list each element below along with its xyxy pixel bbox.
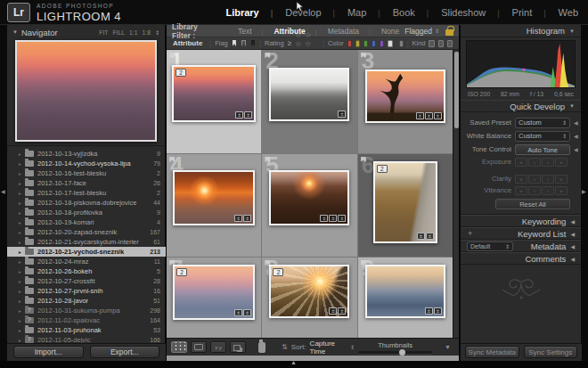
expander-icon[interactable]: ▸ xyxy=(19,289,25,294)
photo-thumbnail[interactable] xyxy=(269,170,349,225)
photo-thumbnail[interactable]: 2 xyxy=(172,65,256,122)
saved-preset-select[interactable]: Custom⇕ xyxy=(515,118,570,128)
crop-badge-icon[interactable] xyxy=(417,233,425,240)
develop-badge-icon[interactable] xyxy=(338,307,346,315)
folder-row[interactable]: ▸2012-10-17-test-blesku2 xyxy=(7,188,166,198)
stack-count-badge[interactable]: 2 xyxy=(273,268,283,276)
filter-tab-none[interactable]: None xyxy=(376,27,404,36)
color-swatch-none[interactable] xyxy=(388,40,392,47)
photo-thumbnail[interactable] xyxy=(173,170,255,225)
slider-knob[interactable] xyxy=(399,349,405,356)
module-develop[interactable]: Develop xyxy=(279,7,341,18)
expander-icon[interactable]: ▸ xyxy=(19,191,25,196)
color-swatch-purple[interactable] xyxy=(380,40,384,47)
expander-icon[interactable]: ▸ xyxy=(19,240,25,245)
folder-row[interactable]: ▸2012-10-28-javor51 xyxy=(7,296,166,306)
zoom-1-1[interactable]: 1:1 xyxy=(129,29,137,36)
folder-row[interactable]: ▸2012-10-24-mraz11 xyxy=(7,257,166,266)
folder-row[interactable]: ▸2012-10-27-prvni-snih16 xyxy=(7,286,166,296)
crop-badge-icon[interactable] xyxy=(235,111,243,119)
expander-icon[interactable]: ▸ xyxy=(19,200,25,206)
collapse-down-icon[interactable]: ▼ xyxy=(569,103,575,109)
expand-left-icon[interactable]: ◀ xyxy=(574,119,578,126)
add-keyword-icon[interactable]: + xyxy=(467,229,472,238)
histogram-header[interactable]: Histogram ▼ xyxy=(461,25,581,37)
increase-large-button[interactable] xyxy=(555,186,568,195)
color-swatch-green[interactable] xyxy=(363,40,368,47)
color-swatch-custom[interactable] xyxy=(399,40,404,47)
folder-row-selected[interactable]: ▸2012-10-21-vychod-sneznik213 xyxy=(7,247,166,257)
grid-cell-3[interactable]: 3 xyxy=(358,50,453,153)
decrease-button[interactable] xyxy=(528,186,541,195)
folder-row[interactable]: ▸2012-10-16-test-blesku2 xyxy=(7,168,166,178)
increase-large-button[interactable] xyxy=(555,158,568,167)
stack-count-badge[interactable]: 2 xyxy=(176,268,187,276)
collapse-right-panel-arrow[interactable] xyxy=(581,25,588,361)
flag-reject-icon[interactable] xyxy=(251,40,255,46)
keywording-header[interactable]: Keywording ◀ xyxy=(461,215,581,227)
painter-spray-can-icon[interactable] xyxy=(258,342,265,353)
grid-cell-6[interactable]: 6 2 xyxy=(358,154,453,257)
folder-row[interactable]: ▸2012-10-13-vyjizdka9 xyxy=(7,149,166,159)
filter-preset-select[interactable]: Flagged xyxy=(404,27,432,36)
expander-icon[interactable]: ▸ xyxy=(19,151,25,157)
expander-icon[interactable]: ▸ xyxy=(19,328,25,333)
module-slideshow[interactable]: Slideshow xyxy=(435,7,505,18)
reset-all-button[interactable]: Reset All xyxy=(495,199,570,209)
keyword-list-header[interactable]: + Keyword List ◀ xyxy=(461,227,581,240)
develop-badge-icon[interactable] xyxy=(338,215,346,222)
grid-view-button[interactable] xyxy=(171,341,187,353)
expander-icon[interactable]: ▸ xyxy=(19,269,25,274)
zoom-fit[interactable]: FIT xyxy=(99,29,108,36)
grid-scrollbar[interactable] xyxy=(453,50,459,338)
kind-master-icon[interactable] xyxy=(429,40,434,47)
develop-badge-icon[interactable] xyxy=(243,309,251,316)
survey-view-button[interactable] xyxy=(230,341,246,353)
collapse-left-icon[interactable]: ◀ xyxy=(570,243,575,249)
folder-row[interactable]: ▸2012-10-26-bokeh5 xyxy=(7,266,166,276)
expand-left-icon[interactable]: ◀ xyxy=(574,146,578,152)
zoom-fill[interactable]: FILL xyxy=(112,29,125,36)
rating-gte-icon[interactable]: ≥ xyxy=(288,39,291,47)
exposure-steppers[interactable] xyxy=(515,158,568,167)
sort-direction-icon[interactable]: ⇅ xyxy=(282,343,288,351)
collapse-left-icon[interactable]: ◀ xyxy=(570,256,575,262)
histogram-graph[interactable] xyxy=(466,40,576,88)
collapse-down-icon[interactable]: ▼ xyxy=(12,29,18,35)
grid-cell-1[interactable]: 1 2 xyxy=(167,50,261,153)
color-swatch-blue[interactable] xyxy=(372,40,376,47)
folder-row[interactable]: ▸2012-11-03-pruhonak53 xyxy=(7,325,166,335)
zoom-ratio[interactable]: 1:8 xyxy=(143,29,151,36)
collapse-left-icon[interactable]: ◀ xyxy=(570,231,575,237)
loupe-view-button[interactable] xyxy=(191,341,207,353)
crop-badge-icon[interactable] xyxy=(425,307,433,315)
module-library[interactable]: Library xyxy=(219,7,279,18)
expander-icon[interactable]: ▸ xyxy=(19,230,25,235)
increase-large-button[interactable] xyxy=(555,175,568,184)
photo-thumbnail[interactable]: 2 xyxy=(173,265,255,320)
crop-badge-icon[interactable] xyxy=(329,215,337,222)
crop-badge-icon[interactable] xyxy=(234,309,242,316)
navigator-header[interactable]: ▼ Navigator FIT FILL 1:1 1:8 ⇕ xyxy=(7,25,165,39)
expander-icon[interactable]: ▸ xyxy=(19,171,25,176)
clarity-steppers[interactable] xyxy=(515,175,568,184)
grid-cell-5[interactable]: 5 xyxy=(262,154,356,257)
crop-badge-icon[interactable] xyxy=(329,307,337,315)
develop-badge-icon[interactable] xyxy=(243,215,251,222)
develop-badge-icon[interactable] xyxy=(426,233,434,240)
keyword-badge-icon[interactable] xyxy=(320,215,328,222)
grid-scrollbar-thumb[interactable] xyxy=(454,52,459,128)
flag-pick-icon[interactable] xyxy=(233,40,236,46)
keyword-badge-icon[interactable] xyxy=(416,112,424,119)
collapse-left-icon[interactable]: ◀ xyxy=(570,218,575,225)
grid-cell-4[interactable]: 4 xyxy=(167,154,261,257)
photo-thumbnail[interactable]: 2 xyxy=(269,265,349,318)
folder-row[interactable]: ▸2012-10-20-zapad-sneznik167 xyxy=(7,227,166,237)
flag-unflagged-icon[interactable] xyxy=(241,40,246,46)
folder-row[interactable]: ▸2012-10-21-svycarskydum-interier61 xyxy=(7,237,166,247)
thumbnail-badges[interactable] xyxy=(235,111,252,119)
auto-tone-button[interactable]: Auto Tone xyxy=(515,144,570,155)
expander-icon[interactable]: ▸ xyxy=(19,249,25,255)
zoom-ratio-stepper-icon[interactable]: ⇕ xyxy=(155,29,159,36)
metadata-preset-select[interactable]: Default⇕ xyxy=(467,241,513,251)
